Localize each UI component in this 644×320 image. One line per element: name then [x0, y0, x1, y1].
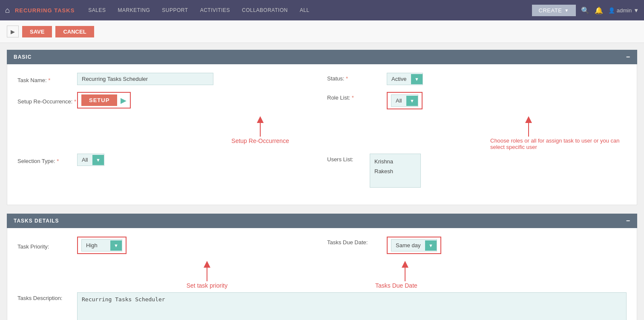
selection-type-col: Selection Type: * All ▼ [17, 154, 317, 166]
selection-type-select-wrap: All ▼ [77, 154, 104, 166]
tasks-details-collapse[interactable]: − [626, 217, 630, 225]
main-content: BASIC − Task Name: * Status: * [0, 43, 644, 320]
roles-arrow-svg [516, 116, 541, 137]
task-name-row: Task Name: * Status: * Active ▼ [17, 73, 627, 85]
tasks-details-body: Task Priority: High Medium Low ▼ [7, 228, 637, 320]
description-row: Tasks Description: Recurring Tasks Sched… [17, 292, 627, 320]
nav-activities[interactable]: ACTIVITIES [195, 0, 235, 20]
role-select-arrow[interactable]: ▼ [406, 96, 418, 106]
status-select-wrap: Active ▼ [387, 73, 423, 85]
description-area-wrap: Recurring Tasks Scheduler Task start dat… [77, 292, 627, 320]
task-name-label: Task Name: * [17, 74, 77, 83]
user-item-rakesh: Rakesh [374, 166, 416, 176]
basic-section-body: Task Name: * Status: * Active ▼ [7, 64, 637, 205]
tasks-details-header: TASKS DETAILS − [7, 214, 637, 228]
role-list-wrap: All ▼ [387, 92, 423, 109]
role-select-wrap: All ▼ [391, 94, 418, 107]
brand-label[interactable]: RECURRING TASKS [15, 7, 75, 14]
nav-right-section: CREATE ▼ 🔍 🔔 👤 admin ▼ [532, 5, 639, 16]
priority-select-wrap: High Medium Low ▼ [81, 239, 122, 251]
annotations-tasks: Set task priority Tasks Due Date [17, 261, 627, 292]
create-button-label: CREATE [539, 7, 562, 14]
nav-collaboration[interactable]: COLLABORATION [237, 0, 293, 20]
priority-row: Task Priority: High Medium Low ▼ [17, 237, 627, 254]
duedate-arrow-svg [392, 261, 418, 282]
home-icon[interactable]: ⌂ [5, 6, 10, 15]
setup-reoccurrence-row: Setup Re-Occurrence: * SETUP ▶ Role List… [17, 92, 627, 109]
due-date-select-wrap: Same day ▼ [391, 239, 437, 251]
roles-annotation: Choose roles or all for assign task to u… [456, 116, 627, 150]
role-list-label: Role List: * [327, 92, 387, 101]
priority-wrap: High Medium Low ▼ [77, 237, 126, 254]
selection-type-arrow[interactable]: ▼ [92, 155, 104, 165]
priority-col: Task Priority: High Medium Low ▼ [17, 237, 317, 254]
due-date-select-arrow[interactable]: ▼ [425, 240, 437, 251]
play-button[interactable]: ▶ [7, 26, 19, 37]
nav-support[interactable]: SUPPORT [157, 0, 193, 20]
notifications-icon[interactable]: 🔔 [595, 6, 603, 14]
tasks-due-date-label: Tasks Due Date: [327, 237, 387, 246]
create-dropdown-arrow: ▼ [564, 8, 569, 13]
roles-annotation-text: Choose roles or all for assign task to u… [490, 137, 627, 150]
setup-indicator-arrow: ▶ [121, 96, 126, 105]
priority-annotation-text: Set task priority [187, 282, 227, 289]
nav-all[interactable]: ALL [295, 0, 315, 20]
top-navigation: ⌂ RECURRING TASKS SALES MARKETING SUPPOR… [0, 0, 644, 20]
status-select-arrow[interactable]: ▼ [411, 74, 423, 84]
user-menu[interactable]: 👤 admin ▼ [608, 7, 639, 14]
basic-section-title: BASIC [14, 54, 32, 60]
priority-select[interactable]: High Medium Low [82, 240, 110, 251]
due-date-wrap: Same day ▼ [387, 237, 441, 254]
setup-annotation: Setup Re-Occurrence [17, 116, 439, 150]
priority-select-arrow[interactable]: ▼ [110, 240, 122, 251]
status-select[interactable]: Active [387, 73, 411, 85]
duedate-annotation-text: Tasks Due Date [375, 282, 417, 289]
setup-reoccurrence-label: Setup Re-Occurrence: * [17, 96, 77, 105]
annotations-basic: Setup Re-Occurrence Choose roles or all … [17, 116, 627, 154]
task-name-col: Task Name: * [17, 73, 317, 85]
duedate-annotation: Tasks Due Date [350, 261, 627, 289]
user-dropdown-arrow: ▼ [633, 7, 639, 14]
status-label: Status: * [327, 73, 387, 82]
basic-section: BASIC − Task Name: * Status: * [7, 50, 637, 205]
setup-annotation-text: Setup Re-Occurrence [231, 137, 289, 144]
due-date-col: Tasks Due Date: Same day ▼ [327, 237, 627, 254]
task-name-input[interactable] [77, 73, 213, 85]
save-button[interactable]: SAVE [22, 26, 52, 37]
tasks-description-label: Tasks Description: [17, 292, 77, 301]
description-full-row: Tasks Description: Recurring Tasks Sched… [17, 292, 627, 320]
selection-type-label: Selection Type: * [17, 155, 77, 164]
search-icon[interactable]: 🔍 [581, 6, 589, 14]
setup-button[interactable]: SETUP [81, 94, 117, 106]
tasks-details-section: TASKS DETAILS − Task Priority: High Medi… [7, 214, 637, 320]
users-list-label: Users List: [327, 154, 370, 163]
users-list-box: Krishna Rakesh [370, 154, 421, 188]
role-list-col: Role List: * All ▼ [327, 92, 627, 109]
status-col: Status: * Active ▼ [327, 73, 627, 85]
user-avatar-icon: 👤 [608, 7, 615, 14]
selection-type-select[interactable]: All [78, 154, 92, 166]
priority-annotation: Set task priority [17, 261, 333, 289]
basic-section-header: BASIC − [7, 50, 637, 64]
setup-arrow-svg [247, 116, 273, 137]
basic-section-collapse[interactable]: − [626, 53, 630, 61]
priority-arrow-svg [194, 261, 220, 282]
create-button[interactable]: CREATE ▼ [532, 5, 576, 16]
tasks-details-title: TASKS DETAILS [14, 218, 59, 224]
role-list-select[interactable]: All [391, 95, 406, 106]
admin-label: admin [617, 7, 632, 14]
nav-marketing[interactable]: MARKETING [113, 0, 155, 20]
users-list-col: Users List: Krishna Rakesh [327, 154, 627, 188]
setup-col: Setup Re-Occurrence: * SETUP ▶ [17, 92, 317, 109]
toolbar: ▶ SAVE CANCEL [0, 20, 644, 43]
due-date-select[interactable]: Same day [391, 240, 425, 251]
selection-type-row: Selection Type: * All ▼ Users List: [17, 154, 627, 188]
cancel-button[interactable]: CANCEL [55, 26, 94, 37]
tasks-description-textarea[interactable]: Recurring Tasks Scheduler [77, 292, 627, 320]
nav-sales[interactable]: SALES [83, 0, 111, 20]
task-priority-label: Task Priority: [17, 241, 77, 250]
setup-reoccurrence-wrap: SETUP ▶ [77, 92, 131, 109]
user-item-krishna: Krishna [374, 157, 416, 166]
